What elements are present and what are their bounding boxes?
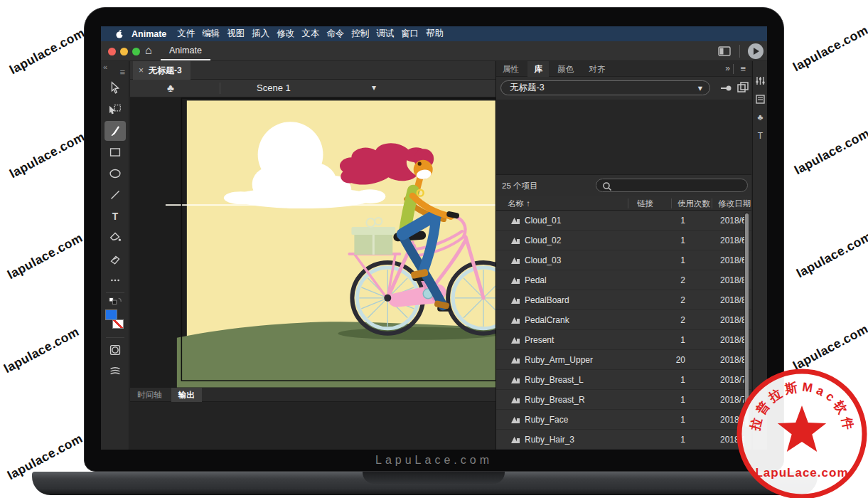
site-stamp: 拉普拉斯Mac软件 LapuLace.com xyxy=(736,368,868,498)
text-tool[interactable]: T xyxy=(105,206,126,226)
minimize-window-button[interactable] xyxy=(120,48,128,55)
menu-app-name[interactable]: Animate xyxy=(132,29,166,39)
tab-timeline[interactable]: 时间轴 xyxy=(130,388,169,402)
pin-library-icon[interactable] xyxy=(719,83,732,94)
tab-library[interactable]: 库 xyxy=(527,61,549,77)
column-name[interactable]: 名称 xyxy=(508,199,524,208)
item-name: Ruby_Breast_L xyxy=(525,375,584,385)
camera-layers-tool[interactable] xyxy=(105,361,126,381)
svg-text:T: T xyxy=(112,211,118,222)
rectangle-tool[interactable] xyxy=(105,142,126,162)
stage-viewport[interactable] xyxy=(130,97,495,388)
column-use-count[interactable]: 使用次数 xyxy=(677,198,710,209)
tab-output[interactable]: 输出 xyxy=(171,388,202,402)
watermark-text: lapulace.com xyxy=(7,129,87,181)
output-panel xyxy=(130,402,495,450)
document-tab[interactable]: ×无标题-3 xyxy=(133,61,191,80)
item-use-count: 2 xyxy=(660,295,685,305)
item-name: Cloud_02 xyxy=(525,235,561,245)
stroke-color-swatch[interactable] xyxy=(112,319,124,329)
item-name: Cloud_03 xyxy=(525,255,561,265)
close-document-icon[interactable]: × xyxy=(139,65,144,75)
more-tools-button[interactable] xyxy=(105,270,126,290)
menu-item-file[interactable]: 文件 xyxy=(177,28,195,40)
library-search-box[interactable] xyxy=(596,179,748,192)
test-movie-play-button[interactable] xyxy=(748,43,763,59)
apple-logo-icon[interactable] xyxy=(114,29,124,39)
library-column-header[interactable]: 名称 ↑ 链接 使用次数 修改日期 xyxy=(496,196,751,211)
library-item-row[interactable]: Pedal 2 2018/8 xyxy=(496,270,751,290)
graphic-symbol-icon xyxy=(510,415,520,425)
menu-item-text[interactable]: 文本 xyxy=(301,28,319,40)
library-item-row[interactable]: Cloud_02 1 2018/6 xyxy=(496,231,751,250)
search-input[interactable] xyxy=(615,180,743,191)
library-item-row[interactable]: Cloud_03 1 2018/6 xyxy=(496,250,751,270)
panel-menu-icon[interactable]: ≡ xyxy=(740,63,746,74)
line-icon xyxy=(107,187,123,203)
column-linkage[interactable]: 链接 xyxy=(637,198,653,209)
watermark-text: lapulace.com xyxy=(791,322,868,374)
edit-symbols-clover-icon[interactable]: ♣ xyxy=(167,82,174,94)
library-item-row[interactable]: Ruby_Hair_3 1 2018/1 xyxy=(496,430,751,450)
library-item-row[interactable]: PedalCrank 2 2018/8 xyxy=(496,310,751,330)
library-item-row[interactable]: Cloud_01 1 2018/6 xyxy=(496,211,751,231)
brush-tool[interactable] xyxy=(105,121,126,141)
panel-overflow-icon[interactable]: » xyxy=(725,63,730,73)
new-library-panel-icon[interactable] xyxy=(736,81,749,94)
menu-item-window[interactable]: 窗口 xyxy=(401,28,419,40)
library-document-select[interactable]: 无标题-3 ▾ xyxy=(500,80,710,95)
tab-color[interactable]: 颜色 xyxy=(551,61,580,77)
home-tab[interactable]: Animate xyxy=(161,41,210,60)
eraser-tool[interactable] xyxy=(105,249,126,269)
scene-name[interactable]: Scene 1 xyxy=(257,83,291,93)
edit-scene-chevron-icon[interactable]: ▾ xyxy=(372,83,376,92)
menu-item-command[interactable]: 命令 xyxy=(326,28,344,40)
library-item-row[interactable]: Ruby_Arm_Upper 20 2018/8 xyxy=(496,350,751,370)
line-tool[interactable] xyxy=(105,185,126,205)
menu-item-insert[interactable]: 插入 xyxy=(252,28,269,40)
menu-item-help[interactable]: 帮助 xyxy=(426,28,444,40)
paint-bucket-tool[interactable] xyxy=(105,228,126,248)
collapse-tools-icon[interactable]: « xyxy=(103,63,107,71)
item-use-count: 20 xyxy=(660,355,685,365)
sliders-icon[interactable] xyxy=(753,71,767,90)
object-drawing-toggle[interactable] xyxy=(105,340,126,360)
library-item-row[interactable]: PedalBoard 2 2018/8 xyxy=(496,290,751,310)
watermark-text: lapulace.com xyxy=(7,26,87,78)
text-dock-icon[interactable]: T xyxy=(753,127,767,145)
selection-tool[interactable] xyxy=(105,78,126,98)
home-icon[interactable]: ⌂ xyxy=(145,44,152,57)
library-item-row[interactable]: Ruby_Breast_R 1 2018/7 xyxy=(496,390,751,410)
column-date[interactable]: 修改日期 xyxy=(718,198,751,209)
workspace-switcher-icon[interactable] xyxy=(718,46,731,56)
menu-item-view[interactable]: 视图 xyxy=(227,28,245,40)
menu-item-debug[interactable]: 调试 xyxy=(376,28,394,40)
subselection-tool[interactable] xyxy=(105,100,126,120)
library-item-row[interactable]: Present 1 2018/8 xyxy=(496,330,751,350)
graphic-symbol-icon xyxy=(510,295,520,305)
library-dock-icon[interactable] xyxy=(753,90,767,108)
tab-align[interactable]: 对齐 xyxy=(583,61,612,77)
item-use-count: 1 xyxy=(660,375,685,385)
item-use-count: 2 xyxy=(660,315,685,325)
clover-dock-icon[interactable]: ♣ xyxy=(753,108,767,127)
tools-grip-icon[interactable]: ≡ xyxy=(119,67,125,78)
close-window-button[interactable] xyxy=(108,48,116,55)
oval-tool[interactable] xyxy=(105,164,126,184)
item-name: Pedal xyxy=(525,275,547,285)
library-item-row[interactable]: Ruby_Breast_L 1 2018/7 xyxy=(496,370,751,390)
object-drawing-icon xyxy=(107,342,123,358)
oval-icon xyxy=(107,166,123,181)
fill-color-swatch[interactable] xyxy=(105,309,117,320)
screen: Animate 文件 编辑 视图 插入 修改 文本 命令 控制 调试 窗口 帮助… xyxy=(101,26,767,450)
menu-item-modify[interactable]: 修改 xyxy=(277,28,294,40)
default-swap-colors[interactable] xyxy=(105,295,126,307)
graphic-symbol-icon xyxy=(510,335,520,345)
swap-colors-icon xyxy=(107,296,123,306)
menu-item-control[interactable]: 控制 xyxy=(351,28,369,40)
library-preview-pane xyxy=(496,100,751,175)
menu-item-edit[interactable]: 编辑 xyxy=(202,28,220,40)
tab-properties[interactable]: 属性 xyxy=(496,61,525,77)
library-item-row[interactable]: Ruby_Face 1 2018/8 xyxy=(496,410,751,430)
zoom-window-button[interactable] xyxy=(132,48,140,55)
